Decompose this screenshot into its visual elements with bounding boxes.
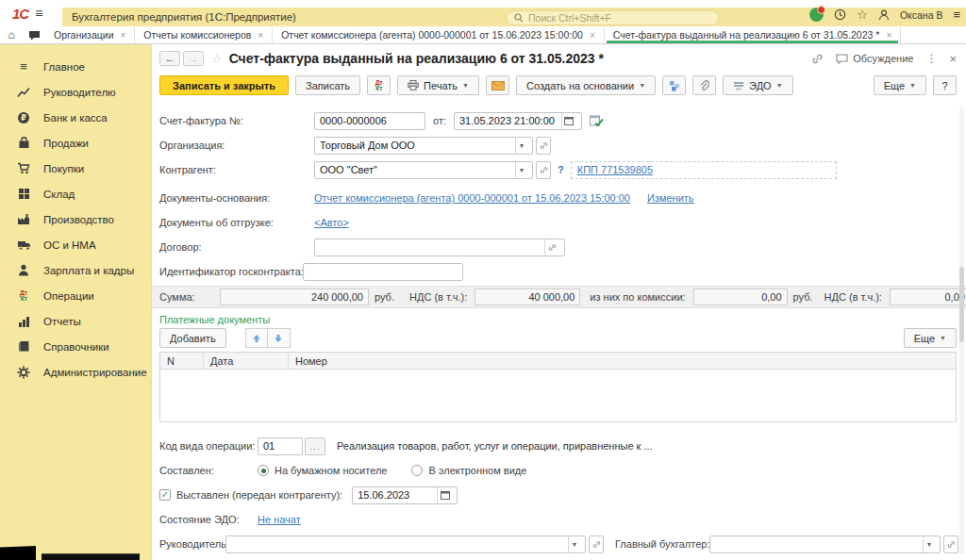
column-header-number[interactable]: Номер — [289, 353, 956, 369]
attach-button[interactable] — [692, 75, 716, 95]
op-code-select-button[interactable]: ... — [305, 437, 325, 455]
forward-button[interactable]: → — [183, 51, 204, 66]
move-down-icon[interactable] — [268, 328, 291, 348]
open-link-icon[interactable] — [544, 239, 559, 255]
organization-field[interactable]: Торговый Дом ООО ▼ — [314, 137, 533, 155]
more-actions-icon[interactable]: ⋮ — [925, 52, 937, 65]
radio-electronic[interactable] — [411, 465, 423, 476]
sidebar-item-administration[interactable]: Администрирование — [0, 359, 151, 385]
tab-organizations[interactable]: Организации× — [45, 26, 135, 43]
report-structure-button[interactable] — [662, 75, 686, 95]
favorite-star-icon[interactable]: ☆ — [211, 52, 223, 66]
calendar-icon[interactable] — [561, 113, 576, 129]
chief-accountant-field[interactable]: ▼ — [709, 535, 941, 553]
calendar-icon[interactable] — [437, 487, 452, 503]
dropdown-icon[interactable]: ▼ — [568, 536, 580, 552]
tab-invoice-issued[interactable]: Счет-фактура выданный на реализацию 6 от… — [605, 26, 901, 43]
sidebar-item-sales[interactable]: Продажи — [0, 130, 151, 156]
column-header-date[interactable]: Дата — [204, 353, 289, 369]
notifications-icon[interactable] — [809, 8, 824, 22]
sidebar-item-bank-cash[interactable]: ₽ Банк и касса — [0, 105, 151, 130]
create-based-on-button[interactable]: Создать на основании▼ — [516, 75, 656, 95]
edo-button[interactable]: ЭДО▼ — [723, 75, 792, 95]
chief-accountant-label: Главный бухгалтер: — [615, 538, 709, 550]
invoice-no-field[interactable]: 0000-0000006 — [314, 112, 425, 130]
boxes-icon — [16, 187, 31, 202]
history-icon[interactable] — [834, 8, 846, 21]
sidebar-item-operations[interactable]: ДтКт Операции — [0, 283, 151, 308]
radio-paper[interactable] — [258, 465, 269, 476]
cart-icon — [16, 161, 31, 176]
gov-contract-field[interactable] — [303, 263, 463, 281]
get-link-icon[interactable] — [811, 53, 824, 65]
more-button[interactable]: Еще▼ — [874, 75, 926, 95]
set-date-icon[interactable] — [590, 115, 604, 127]
save-button[interactable]: Записать — [295, 75, 360, 95]
print-button[interactable]: Печать▼ — [397, 75, 479, 95]
gear-icon — [16, 365, 31, 380]
counterparty-field[interactable]: ООО "Свет" ▼ — [314, 161, 533, 179]
open-link-icon[interactable] — [589, 535, 604, 553]
open-link-icon[interactable] — [943, 535, 958, 553]
issued-checkbox[interactable]: ✓ — [159, 489, 171, 501]
open-link-icon[interactable] — [536, 161, 551, 179]
move-up-icon[interactable] — [245, 328, 268, 348]
close-icon[interactable]: × — [121, 30, 126, 41]
discussion-button[interactable]: Обсуждение — [836, 53, 913, 64]
sidebar-item-reports[interactable]: Отчеты — [0, 308, 151, 334]
tab-commission-agent-report[interactable]: Отчет комиссионера (агента) 0000-000001 … — [273, 26, 605, 43]
issued-date-field[interactable]: 15.06.2023 — [352, 486, 458, 504]
dropdown-icon[interactable]: ▼ — [923, 536, 935, 552]
op-code-field[interactable]: 01 — [258, 437, 303, 455]
dt-kt-button[interactable]: ДтКт — [367, 75, 391, 95]
search-input[interactable] — [528, 12, 710, 24]
dropdown-icon[interactable]: ▼ — [515, 138, 527, 154]
counterparty-help[interactable]: ? — [558, 164, 564, 175]
person-icon — [16, 263, 31, 278]
global-search[interactable] — [506, 10, 719, 25]
dropdown-icon[interactable]: ▼ — [515, 162, 527, 178]
vertical-scrollbar[interactable] — [959, 107, 964, 554]
edo-state-link[interactable]: Не начат — [258, 514, 301, 525]
current-user[interactable]: Оксана В — [900, 9, 943, 21]
sidebar-item-fixed-assets[interactable]: ОС и НМА — [0, 232, 151, 257]
close-icon[interactable]: × — [258, 30, 263, 41]
help-button[interactable]: ? — [933, 75, 957, 95]
sidebar-item-purchases[interactable]: Покупки — [0, 156, 151, 181]
contract-field[interactable] — [314, 239, 565, 256]
shipment-documents-link[interactable]: <Авто> — [314, 217, 349, 228]
open-link-icon[interactable] — [536, 137, 551, 155]
base-document-link[interactable]: Отчет комиссионера (агента) 0000-000001 … — [314, 192, 630, 204]
change-link[interactable]: Изменить — [647, 192, 694, 204]
close-form-icon[interactable]: × — [949, 52, 957, 66]
manager-field[interactable]: ▼ — [225, 535, 586, 553]
tab-commission-reports[interactable]: Отчеты комиссионеров× — [135, 26, 273, 43]
close-icon[interactable]: × — [886, 30, 891, 41]
start-page-icon[interactable] — [23, 26, 45, 43]
main-menu-icon[interactable]: ≡ — [35, 7, 42, 20]
add-row-button[interactable]: Добавить — [159, 328, 226, 348]
sidebar-item-production[interactable]: Производство — [0, 206, 151, 232]
kpp-link[interactable]: КПП 771539805 — [577, 164, 653, 175]
scrollbar-thumb[interactable] — [959, 267, 964, 342]
mail-button[interactable] — [486, 75, 509, 95]
sidebar-item-main[interactable]: ≡ Главное — [0, 54, 151, 79]
close-icon[interactable]: × — [590, 30, 595, 41]
save-close-button[interactable]: Записать и закрыть — [159, 75, 289, 95]
payments-table-body[interactable] — [159, 370, 957, 422]
svg-text:₽: ₽ — [21, 113, 26, 123]
favorites-icon[interactable]: ☆ — [857, 8, 868, 22]
column-header-n[interactable]: N — [160, 353, 204, 369]
sidebar-item-warehouse[interactable]: Склад — [0, 181, 151, 206]
document-form: ← → ☆ Счет-фактура выданный на реализаци… — [151, 44, 966, 560]
system-menu-icon[interactable]: ≡ — [953, 8, 960, 22]
sidebar-item-manager[interactable]: Руководителю — [0, 79, 151, 105]
payments-more-button[interactable]: Еще▼ — [904, 328, 957, 348]
back-button[interactable]: ← — [159, 51, 180, 66]
user-icon[interactable] — [878, 9, 890, 21]
date-field[interactable]: 31.05.2023 21:00:00 — [454, 112, 582, 130]
sidebar-item-salary-hr[interactable]: Зарплата и кадры — [0, 257, 151, 283]
kpp-field[interactable]: КПП 771539805 — [571, 161, 837, 179]
sidebar-item-directories[interactable]: Справочники — [0, 334, 151, 359]
home-icon[interactable]: ⌂ — [0, 26, 23, 43]
